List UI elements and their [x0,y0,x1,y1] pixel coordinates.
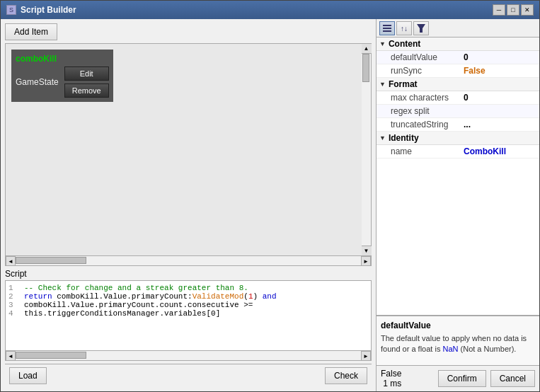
line-num-1: 1 [8,284,18,292]
scroll-track[interactable] [362,54,371,246]
filter-icon [417,24,425,33]
cancel-button[interactable]: Cancel [490,370,535,387]
svg-marker-4 [417,24,425,33]
combo-kill-label: comboKill [16,54,57,64]
load-button[interactable]: Load [9,367,47,384]
prop-regex-split-name: regex split [391,106,464,116]
section-content-label: Content [389,39,420,49]
add-item-button[interactable]: Add Item [5,23,57,40]
prop-truncated-val: ... [464,120,536,129]
prop-description: defaultValue The default value to apply … [377,316,539,365]
scroll-left-arrow[interactable]: ◄ [6,256,16,266]
check-button[interactable]: Check [325,367,367,384]
identity-triangle: ▼ [379,134,386,142]
main-content: Add Item comboKill GameState Edit Remove [1,19,539,391]
script-section: Script 1 -- Check for change and a strea… [5,269,372,361]
svg-text:↑↓: ↑↓ [401,25,408,33]
time-status: 1 ms [383,379,401,388]
code-line-4: 4 this.triggerConditionsManager.variable… [8,309,368,318]
prop-run-sync-val: False [464,66,536,76]
combo-kill-row: GameState Edit Remove [16,67,109,98]
prop-max-chars-name: max characters [391,93,464,103]
result-status: False [381,369,401,379]
props-sort-button[interactable]: ↑↓ [396,21,412,35]
left-panel: Add Item comboKill GameState Edit Remove [1,19,377,391]
confirm-button[interactable]: Confirm [438,370,486,387]
combo-kill-buttons: Edit Remove [64,67,109,98]
prop-run-sync[interactable]: runSync False [377,64,539,78]
section-identity-header[interactable]: ▼ Identity [377,132,539,145]
title-bar-left: S Script Builder [6,5,76,15]
prop-name[interactable]: name ComboKill [377,145,539,158]
prop-truncated-name: truncatedString [391,120,464,129]
prop-regex-split[interactable]: regex split [377,105,539,118]
scroll-down-arrow[interactable]: ▼ [362,246,372,255]
code-content-4: this.triggerConditionsManager.variables[… [24,309,220,318]
line-num-2: 2 [8,292,18,301]
prop-default-value-name: defaultValue [391,52,464,62]
code-line-1: 1 -- Check for change and a streak great… [8,284,368,292]
maximize-button[interactable]: □ [507,4,519,16]
close-button[interactable]: ✕ [521,4,534,16]
status-col: False 1 ms [381,369,401,388]
nan-highlight: NaN [442,345,458,353]
title-bar-controls: ─ □ ✕ [493,4,534,16]
main-window: S Script Builder ─ □ ✕ Add Item comboKil… [0,0,540,392]
scroll-up-arrow[interactable]: ▲ [362,44,372,54]
toolbar: Add Item [5,23,372,40]
scroll-h-track[interactable] [16,256,361,265]
title-bar: S Script Builder ─ □ ✕ [1,1,539,19]
svg-rect-0 [383,25,391,26]
line-num-4: 4 [8,309,18,318]
bottom-bar: Load Check [5,364,372,387]
prop-run-sync-name: runSync [391,66,464,76]
format-triangle: ▼ [379,81,386,88]
items-h-scrollbar[interactable]: ◄ ► [5,256,372,266]
script-label: Script [5,269,372,279]
code-content-2: return comboKill.Value.primaryCount:Vali… [24,292,277,301]
items-inner: comboKill GameState Edit Remove [5,43,362,256]
section-content-header[interactable]: ▼ Content [377,38,539,51]
items-area-wrapper: comboKill GameState Edit Remove ▲ [5,43,372,256]
code-line-3: 3 comboKill.Value.primaryCount.count.con… [8,301,368,309]
code-scroll-track[interactable] [16,351,361,360]
code-scroll-right[interactable]: ► [361,351,371,361]
prop-default-value-val: 0 [464,52,536,62]
right-panel: ↑↓ ▼ Content defaultValue 0 [377,19,539,391]
vertical-scrollbar[interactable]: ▲ ▼ [362,43,372,256]
code-scroll-thumb[interactable] [16,352,86,359]
prop-truncated-string[interactable]: truncatedString ... [377,118,539,132]
code-h-scrollbar[interactable]: ◄ ► [5,351,372,361]
section-format-header[interactable]: ▼ Format [377,78,539,91]
combo-kill-state: GameState [16,77,59,87]
props-tree[interactable]: ▼ Content defaultValue 0 runSync False ▼… [377,38,539,316]
prop-desc-title: defaultValue [381,321,535,330]
code-scroll-left[interactable]: ◄ [6,351,16,361]
window-title: Script Builder [21,5,76,15]
window-icon: S [6,5,16,15]
props-toolbar: ↑↓ [377,19,539,38]
svg-rect-2 [383,30,391,32]
prop-desc-text: The default value to apply when no data … [381,333,535,355]
scroll-h-thumb[interactable] [16,257,86,264]
prop-default-value[interactable]: defaultValue 0 [377,51,539,64]
props-filter-button[interactable] [413,21,429,35]
edit-button[interactable]: Edit [64,67,109,81]
combo-kill-item: comboKill GameState Edit Remove [11,50,113,102]
svg-rect-1 [383,28,391,29]
props-list-button[interactable] [379,21,395,35]
code-content-3: comboKill.Value.primaryCount.count.conse… [24,301,253,309]
code-line-2: 2 return comboKill.Value.primaryCount:Va… [8,292,368,301]
minimize-button[interactable]: ─ [493,4,505,16]
scroll-right-arrow[interactable]: ► [361,256,371,266]
sort-icon: ↑↓ [400,24,408,33]
code-content-1: -- Check for change and a streak greater… [24,284,248,292]
prop-max-chars[interactable]: max characters 0 [377,91,539,105]
code-editor[interactable]: 1 -- Check for change and a streak great… [5,280,372,351]
section-format-label: Format [389,79,418,89]
prop-name-label: name [391,146,464,156]
scroll-thumb[interactable] [362,54,369,82]
section-identity-label: Identity [389,133,419,143]
remove-button[interactable]: Remove [64,83,109,98]
list-icon [383,24,391,33]
